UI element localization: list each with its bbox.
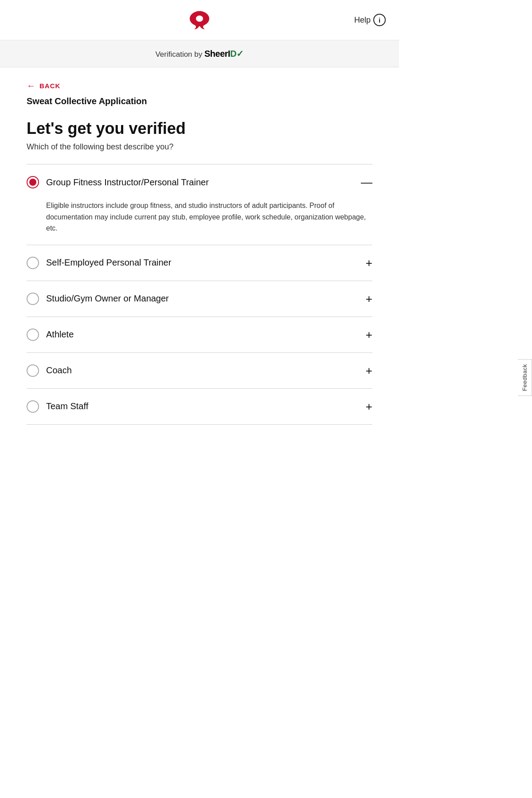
option-team-staff: Team Staff + bbox=[27, 389, 372, 425]
radio-group-fitness[interactable] bbox=[27, 176, 39, 188]
option-team-staff-toggle[interactable]: + bbox=[366, 401, 372, 412]
radio-coach[interactable] bbox=[27, 364, 39, 377]
option-athlete: Athlete + bbox=[27, 317, 372, 353]
lululemon-logo bbox=[186, 9, 213, 31]
help-label: Help bbox=[354, 16, 371, 25]
back-arrow-icon: ← bbox=[27, 81, 36, 91]
help-button[interactable]: Help i bbox=[354, 14, 386, 26]
radio-team-staff[interactable] bbox=[27, 400, 39, 413]
option-group-fitness-description: Eligible instructors include group fitne… bbox=[27, 200, 372, 245]
option-team-staff-label: Team Staff bbox=[46, 401, 88, 411]
option-studio-gym-header[interactable]: Studio/Gym Owner or Manager + bbox=[27, 281, 372, 317]
option-studio-gym-label: Studio/Gym Owner or Manager bbox=[46, 293, 169, 304]
option-team-staff-header[interactable]: Team Staff + bbox=[27, 389, 372, 424]
option-athlete-header[interactable]: Athlete + bbox=[27, 317, 372, 352]
help-icon: i bbox=[373, 14, 386, 26]
sheerid-bar: Verification by SheerID✓ bbox=[0, 40, 399, 67]
option-coach: Coach + bbox=[27, 353, 372, 389]
sheerid-brand: SheerID✓ bbox=[204, 49, 244, 59]
back-button[interactable]: ← BACK bbox=[27, 81, 60, 91]
option-self-employed: Self-Employed Personal Trainer + bbox=[27, 245, 372, 281]
main-content: ← BACK Sweat Collective Application Let'… bbox=[0, 67, 399, 442]
option-group-fitness-header[interactable]: Group Fitness Instructor/Personal Traine… bbox=[27, 164, 372, 200]
sheerid-prefix: Verification by bbox=[155, 50, 204, 59]
page-heading: Let's get you verified bbox=[27, 119, 372, 138]
option-coach-label: Coach bbox=[46, 365, 72, 376]
option-group-fitness-toggle[interactable]: — bbox=[361, 176, 372, 188]
back-label: BACK bbox=[39, 82, 60, 90]
option-athlete-toggle[interactable]: + bbox=[366, 329, 372, 340]
option-self-employed-label: Self-Employed Personal Trainer bbox=[46, 258, 171, 268]
header: Help i bbox=[0, 0, 399, 40]
option-coach-header[interactable]: Coach + bbox=[27, 353, 372, 388]
option-studio-gym-toggle[interactable]: + bbox=[366, 293, 372, 305]
option-studio-gym: Studio/Gym Owner or Manager + bbox=[27, 281, 372, 317]
radio-studio-gym[interactable] bbox=[27, 293, 39, 305]
radio-self-employed[interactable] bbox=[27, 257, 39, 269]
option-group-fitness: Group Fitness Instructor/Personal Traine… bbox=[27, 164, 372, 245]
option-athlete-label: Athlete bbox=[46, 329, 74, 340]
page-subtitle: Which of the following best describe you… bbox=[27, 142, 372, 152]
option-coach-toggle[interactable]: + bbox=[366, 365, 372, 376]
radio-athlete[interactable] bbox=[27, 329, 39, 341]
option-group-fitness-label: Group Fitness Instructor/Personal Traine… bbox=[46, 177, 209, 188]
app-title: Sweat Collective Application bbox=[27, 96, 372, 106]
options-list: Group Fitness Instructor/Personal Traine… bbox=[27, 164, 372, 425]
option-self-employed-header[interactable]: Self-Employed Personal Trainer + bbox=[27, 245, 372, 281]
option-self-employed-toggle[interactable]: + bbox=[366, 257, 372, 269]
